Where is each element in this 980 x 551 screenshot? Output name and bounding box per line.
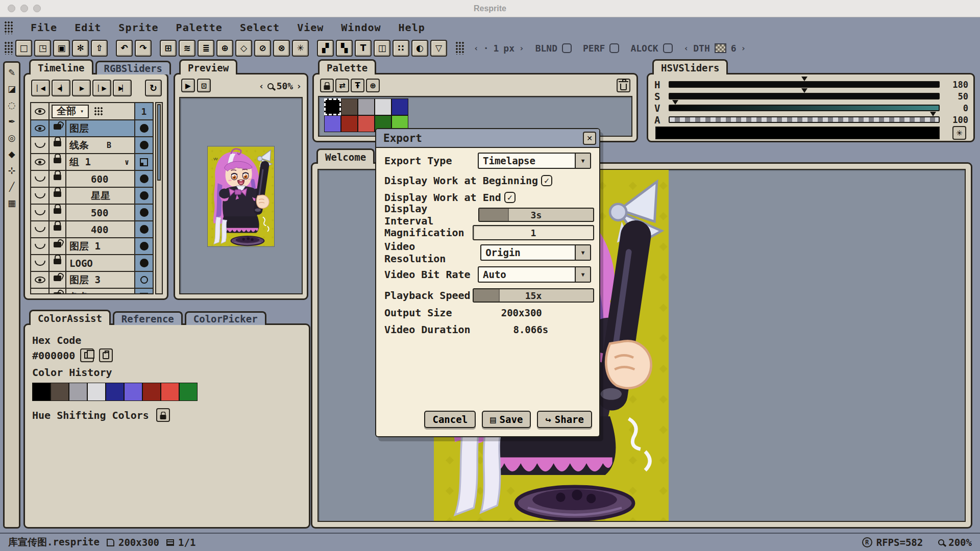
lock-icon[interactable] bbox=[54, 242, 61, 247]
transform-button[interactable]: ⊕ bbox=[216, 40, 233, 57]
frame-dot[interactable] bbox=[140, 293, 148, 295]
video-bitrate-dropdown[interactable]: Auto ▼ bbox=[478, 266, 591, 283]
frame-dot[interactable] bbox=[140, 276, 148, 284]
layer-row[interactable]: 图层 1 bbox=[31, 238, 153, 255]
lock-icon[interactable] bbox=[54, 124, 61, 130]
toggle-checkbox[interactable] bbox=[609, 43, 619, 53]
work-end-checkbox[interactable]: ✓ bbox=[504, 192, 516, 203]
move-tool[interactable]: ⊹ bbox=[5, 164, 18, 177]
zoom-in-arrow[interactable]: › bbox=[296, 81, 302, 91]
palette-swatch[interactable] bbox=[324, 98, 341, 115]
eye-icon[interactable] bbox=[35, 244, 45, 249]
frame-dot[interactable] bbox=[140, 141, 149, 149]
prev-frame-button[interactable]: ◀▏ bbox=[52, 80, 70, 96]
toggle-checkbox[interactable] bbox=[663, 43, 673, 53]
zoom-group[interactable]: 200% bbox=[938, 537, 972, 548]
color-picker-button[interactable]: ✳ bbox=[952, 126, 966, 140]
delete-color-button[interactable] bbox=[617, 79, 630, 92]
menu-item[interactable]: Sprite bbox=[118, 21, 158, 34]
frame-dot[interactable] bbox=[140, 191, 149, 200]
next-frame-button[interactable]: ▏▶ bbox=[92, 80, 111, 96]
save-file-button[interactable]: ▣ bbox=[53, 40, 70, 57]
dither-next[interactable]: › bbox=[741, 43, 746, 53]
palette-swatch[interactable] bbox=[341, 115, 358, 132]
eye-icon[interactable] bbox=[35, 277, 45, 283]
frame-counter-button[interactable]: ◫ bbox=[374, 40, 390, 57]
frame-dot[interactable] bbox=[140, 174, 149, 183]
slider-marker[interactable] bbox=[801, 88, 807, 96]
layer-row[interactable]: 线条B bbox=[31, 137, 153, 154]
brush-size-decrease[interactable]: ‹ bbox=[474, 43, 479, 53]
history-swatch[interactable] bbox=[142, 383, 161, 401]
go-last-button[interactable]: ▶▏ bbox=[113, 80, 132, 96]
history-swatch[interactable] bbox=[106, 383, 124, 401]
undo-button[interactable]: ↶ bbox=[116, 40, 133, 57]
history-swatch[interactable] bbox=[69, 383, 87, 401]
tab-hsvsliders[interactable]: HSVSliders bbox=[652, 59, 728, 74]
line-tool[interactable]: ╱ bbox=[5, 180, 18, 193]
color-assist-tab[interactable]: ColorPicker bbox=[185, 311, 266, 325]
eye-icon[interactable] bbox=[35, 227, 45, 232]
palette-swatch[interactable] bbox=[358, 115, 375, 132]
settings-button[interactable]: ✻ bbox=[72, 40, 89, 57]
open-file-button[interactable]: ◳ bbox=[34, 40, 51, 57]
menu-item[interactable]: Palette bbox=[176, 21, 223, 34]
layer-row[interactable]: 图层 bbox=[31, 120, 153, 137]
text-tool-button[interactable]: T bbox=[355, 40, 372, 57]
slider-track[interactable] bbox=[669, 116, 940, 123]
loop-button[interactable]: ↻ bbox=[145, 80, 162, 96]
dither-prev[interactable]: ‹ bbox=[684, 43, 689, 53]
paste-hex-button[interactable] bbox=[99, 348, 113, 362]
timeline-tab[interactable]: RGBSliders bbox=[95, 61, 171, 74]
pixel-brush-button[interactable]: ▞ bbox=[317, 40, 334, 57]
frame-dot[interactable] bbox=[140, 208, 149, 217]
export-button[interactable]: ⇧ bbox=[91, 40, 108, 57]
pin-color-button[interactable]: Ŧ bbox=[351, 79, 364, 92]
snap-button[interactable]: ✳ bbox=[292, 40, 309, 57]
tab-palette[interactable]: Palette bbox=[318, 59, 376, 74]
frame-dot[interactable] bbox=[140, 124, 149, 133]
eye-icon[interactable] bbox=[35, 293, 45, 294]
toggle-checkbox[interactable] bbox=[562, 43, 572, 53]
lock-icon[interactable] bbox=[54, 276, 61, 281]
scrollbar-thumb[interactable] bbox=[157, 104, 161, 181]
display-interval-slider[interactable]: 3s bbox=[478, 208, 594, 222]
lock-palette-button[interactable] bbox=[320, 79, 334, 92]
brush-size-increase[interactable]: › bbox=[519, 43, 524, 53]
share-button[interactable]: ↪Share bbox=[537, 411, 592, 428]
menu-item[interactable]: File bbox=[31, 21, 57, 34]
layer-row[interactable]: 角色∨ bbox=[31, 289, 153, 294]
video-resolution-dropdown[interactable]: Origin ▼ bbox=[480, 244, 591, 261]
slider-marker[interactable] bbox=[801, 77, 807, 84]
slider-track[interactable] bbox=[669, 81, 940, 88]
layer-row[interactable]: 400 bbox=[31, 221, 153, 238]
collapse-chevron-icon[interactable]: ∨ bbox=[125, 158, 131, 167]
zoom-tool[interactable]: ◎ bbox=[5, 131, 18, 144]
work-beginning-checkbox[interactable]: ✓ bbox=[541, 175, 552, 186]
shape-button[interactable]: ◇ bbox=[235, 40, 252, 57]
dock-button[interactable]: ▽ bbox=[430, 40, 447, 57]
menu-item[interactable]: Help bbox=[399, 21, 425, 34]
palette-swatch[interactable] bbox=[358, 98, 375, 115]
go-first-button[interactable]: ▏◀ bbox=[31, 80, 50, 96]
tab-preview[interactable]: Preview bbox=[179, 59, 237, 74]
save-button[interactable]: ▤Save bbox=[482, 411, 531, 428]
eraser-tool[interactable]: ◪ bbox=[5, 82, 18, 95]
slider-track[interactable] bbox=[669, 93, 940, 99]
layer-row[interactable]: 图层 3 bbox=[31, 272, 153, 289]
lock-icon[interactable] bbox=[54, 141, 61, 146]
cancel-button[interactable]: Cancel bbox=[424, 411, 476, 428]
playback-speed-slider[interactable]: 15x bbox=[473, 288, 594, 303]
history-swatch[interactable] bbox=[179, 383, 198, 401]
zoom-out-arrow[interactable]: ‹ bbox=[259, 81, 264, 91]
palette-swatch[interactable] bbox=[324, 115, 341, 132]
drag-handle-icon[interactable] bbox=[4, 41, 13, 55]
drag-handle-icon[interactable] bbox=[4, 21, 13, 34]
color-assist-tab[interactable]: ColorAssist bbox=[29, 310, 111, 325]
transfer-colors-button[interactable]: ⇄ bbox=[335, 79, 349, 92]
duplicate-button[interactable]: ▚ bbox=[336, 40, 353, 57]
fill-tool[interactable]: ◆ bbox=[5, 147, 18, 161]
palette-swatch[interactable] bbox=[375, 98, 391, 115]
palette-swatch[interactable] bbox=[391, 98, 408, 115]
visibility-all-icon[interactable] bbox=[35, 108, 45, 115]
